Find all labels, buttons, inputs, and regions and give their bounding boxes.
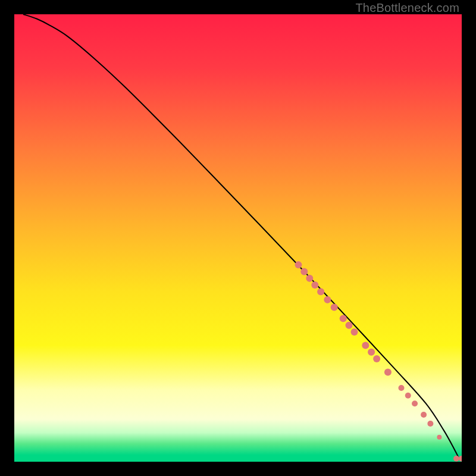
data-marker: [324, 296, 331, 303]
data-marker: [317, 288, 324, 295]
data-marker: [384, 369, 392, 376]
data-marker: [373, 355, 380, 362]
data-marker: [412, 400, 418, 406]
data-marker: [300, 268, 308, 275]
data-marker: [398, 385, 404, 391]
data-marker: [368, 349, 375, 356]
data-marker: [311, 281, 318, 289]
data-marker: [345, 322, 352, 329]
data-marker: [453, 456, 459, 462]
data-marker: [295, 261, 302, 268]
data-marker: [421, 412, 427, 418]
data-marker: [427, 421, 433, 427]
gradient-background: [14, 14, 462, 462]
data-marker: [437, 435, 441, 440]
data-marker: [351, 328, 358, 336]
data-marker: [331, 304, 338, 311]
bottleneck-chart: [14, 14, 462, 462]
watermark-text: TheBottleneck.com: [355, 1, 459, 15]
data-marker: [405, 393, 411, 399]
data-marker: [306, 275, 313, 282]
data-marker: [340, 315, 347, 322]
data-marker: [362, 342, 369, 349]
chart-frame: [14, 14, 462, 462]
